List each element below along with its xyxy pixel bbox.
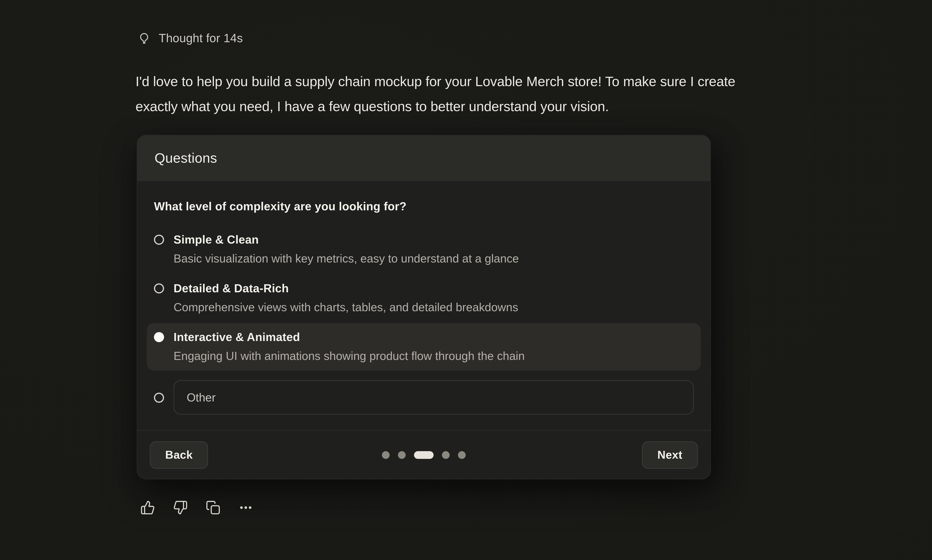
message-line-2: exactly what you need, I have a few ques… [136,94,861,119]
radio-selected-icon[interactable] [154,332,164,342]
option-description: Comprehensive views with charts, tables,… [174,298,518,316]
thumbs-down-button[interactable] [173,500,188,515]
thumbs-up-button[interactable] [140,500,155,515]
option-title: Simple & Clean [174,232,519,247]
pagination-dot [382,451,390,458]
copy-icon [206,500,220,515]
option-title: Detailed & Data-Rich [174,280,518,296]
questions-card-footer: Back Next [137,430,710,479]
pagination-dots [382,451,466,458]
next-button[interactable]: Next [642,441,698,468]
card-title: Questions [154,150,217,166]
radio-unselected-icon[interactable] [154,392,164,402]
option-detailed-data-rich[interactable]: Detailed & Data-Rich Comprehensive views… [147,274,701,322]
questions-card: Questions What level of complexity are y… [137,135,711,479]
option-other[interactable] [147,377,701,418]
pagination-dot-active [414,451,433,458]
option-description: Basic visualization with key metrics, ea… [174,249,519,267]
thumbs-down-icon [173,500,188,515]
pagination-dot [442,451,450,458]
options-list: Simple & Clean Basic visualization with … [154,226,693,418]
chat-message-view: Thought for 14s I'd love to help you bui… [0,0,932,560]
other-option-input[interactable] [174,380,694,414]
message-line-1: I'd love to help you build a supply chai… [136,69,861,94]
message-actions [140,500,253,515]
option-interactive-animated[interactable]: Interactive & Animated Engaging UI with … [147,323,701,371]
option-description: Engaging UI with animations showing prod… [174,347,525,365]
lightbulb-icon [137,32,151,45]
questions-card-header: Questions [137,135,710,181]
question-text: What level of complexity are you looking… [154,198,693,214]
option-title: Interactive & Animated [174,329,525,345]
copy-button[interactable] [206,500,220,515]
radio-unselected-icon[interactable] [154,283,164,293]
thought-summary[interactable]: Thought for 14s [137,32,243,45]
more-options-button[interactable] [238,500,253,515]
more-options-icon [238,500,253,515]
thumbs-up-icon [140,500,155,515]
questions-card-body: What level of complexity are you looking… [137,181,710,430]
option-simple-clean[interactable]: Simple & Clean Basic visualization with … [147,226,701,273]
radio-unselected-icon[interactable] [154,234,164,245]
back-button[interactable]: Back [150,441,208,468]
assistant-message: I'd love to help you build a supply chai… [136,69,861,119]
pagination-dot [458,451,466,458]
pagination-dot [398,451,406,458]
thought-label: Thought for 14s [159,32,243,45]
